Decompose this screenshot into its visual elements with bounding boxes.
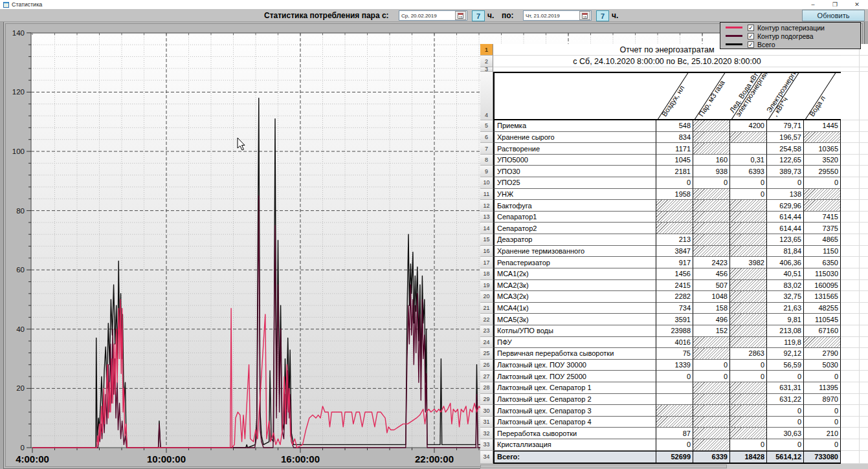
row-number[interactable]: 13 [480,212,493,223]
legend-item: ✓Контур подогрева [720,32,860,40]
value-cell: 2423 [693,257,730,268]
value-cell: 0 [804,417,841,428]
table-row: 7Растворение1171254,5810365 [480,143,868,155]
row-number[interactable]: 10 [480,177,493,189]
value-cell: 1048 [693,291,730,303]
value-cell: 2863 [730,348,767,360]
calendar-to-button[interactable]: 15 [579,11,590,20]
row-number[interactable]: 31 [480,417,493,428]
value-cell: 1456 [656,268,693,280]
value-cell: 81,84 [767,246,804,257]
value-cell: 75 [656,348,693,360]
legend-checkbox[interactable]: ✓ [748,41,754,48]
hour-from-unit: ч. [487,11,494,20]
row-number[interactable]: 16 [480,246,493,257]
row-label: Лактозный цех. Сепаратор 3 [493,405,656,417]
row-number[interactable]: 21 [480,303,493,314]
row-number[interactable]: 33 [480,439,493,451]
table-row: 20МСА3(2к)2282104832,75131565 [480,291,868,303]
table-row: 4Воздух, нлПар, м3 газаЛед. Вода кВт*ч э… [480,72,868,120]
row-number[interactable]: 4 [480,72,493,120]
value-cell [730,212,767,223]
row-number[interactable]: 27 [480,371,493,382]
empty-cells [841,280,868,292]
value-cell: 734 [656,303,693,314]
row-number[interactable]: 11 [480,189,493,201]
row-number[interactable]: 19 [480,280,493,292]
row-number[interactable]: 18 [480,268,493,280]
value-cell [693,120,730,132]
hour-from-input[interactable]: 7 [472,10,485,21]
value-cell: 3591 [656,314,693,325]
y-axis-tick-label: 120 [12,88,25,96]
x-axis-tick-label: 22:00:00 [415,453,454,464]
value-cell: 56,59 [767,360,804,371]
row-number[interactable]: 14 [480,223,493,234]
row-number[interactable]: 2 [480,56,493,67]
table-row: 28Лактозный цех. Сепаратор 1631,3111395 [480,382,868,394]
value-cell [693,382,730,394]
value-cell: 0 [730,360,767,371]
row-number[interactable]: 25 [480,348,493,360]
row-label: Всего: [493,451,656,464]
value-cell: 10365 [804,143,841,155]
legend-checkbox[interactable]: ✓ [748,25,754,31]
row-number[interactable]: 20 [480,291,493,303]
table-row: 11УНЖ19580138 [480,189,868,201]
minimize-button[interactable]: – [802,0,824,9]
table-row: 32Переработка сыворотки8730,63210 [480,428,868,439]
value-cell: 0 [730,439,767,451]
calendar-from-button[interactable]: 15 [455,11,466,20]
table-row: 5Приемка548420079,711445 [480,120,868,132]
row-number[interactable]: 28 [480,382,493,394]
legend-line-sample [726,43,742,45]
value-cell [804,337,841,349]
value-cell: 389,73 [767,166,804,177]
row-number[interactable]: 12 [480,200,493,212]
value-cell: 83,02 [767,280,804,292]
value-cell: 614,44 [767,212,804,223]
value-cell: 0 [656,439,693,451]
report-horizontal-scrollbar[interactable] [480,464,868,469]
row-number[interactable]: 9 [480,166,493,177]
row-number[interactable]: 32 [480,428,493,439]
row-number[interactable]: 24 [480,337,493,349]
row-number[interactable]: 15 [480,234,493,246]
value-cell: 2282 [656,291,693,303]
legend-checkbox[interactable]: ✓ [748,33,754,39]
close-button[interactable]: ✕ [846,0,868,9]
scrollbar-thumb[interactable] [480,464,727,468]
value-cell: 11395 [804,382,841,394]
date-to-value[interactable]: Чт, 21.02.2019 [524,13,579,19]
value-cell: 3982 [730,257,767,268]
value-cell: 0 [730,189,767,201]
row-number[interactable]: 8 [480,155,493,166]
date-from-value[interactable]: Ср, 20.02.2019 [399,13,455,19]
empty-cells [841,189,868,201]
empty-cells [841,155,868,166]
hour-to-input[interactable]: 7 [596,10,609,21]
date-from-field[interactable]: Ср, 20.02.2019 15 [399,10,467,21]
table-row: 3 [480,67,868,72]
row-number[interactable]: 26 [480,360,493,371]
restore-button[interactable]: ❐ [824,0,846,9]
row-number[interactable]: 17 [480,257,493,268]
row-number[interactable]: 1 [480,44,493,56]
value-cell: 30,63 [767,428,804,439]
value-cell: 0 [767,405,804,417]
row-number[interactable]: 22 [480,314,493,325]
row-number[interactable]: 29 [480,394,493,406]
refresh-button[interactable]: Обновить [802,10,865,21]
row-number[interactable]: 5 [480,120,493,132]
row-number[interactable]: 3 [480,67,493,72]
date-to-field[interactable]: Чт, 21.02.2019 15 [523,10,592,21]
row-number[interactable]: 6 [480,132,493,144]
value-cell: 48255 [804,303,841,314]
row-number[interactable]: 30 [480,405,493,417]
value-cell: 0 [804,177,841,189]
row-number[interactable]: 34 [480,451,493,464]
row-number[interactable]: 7 [480,143,493,155]
row-number[interactable]: 23 [480,325,493,337]
mouse-cursor [237,137,247,151]
table-row: 29Лактозный цех. Сепаратор 2631,228970 [480,394,868,406]
